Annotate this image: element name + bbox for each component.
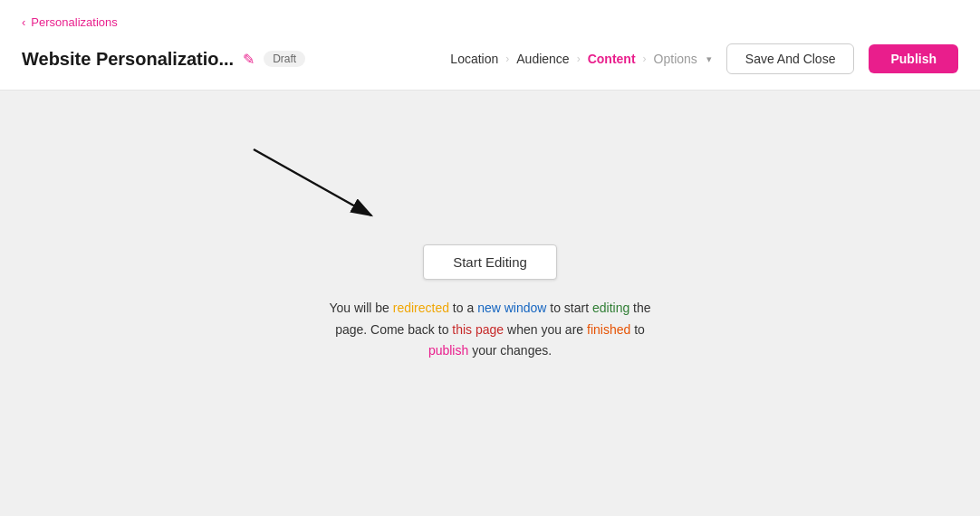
edit-icon[interactable]: ✎ [243, 51, 255, 68]
step-nav: Location › Audience › Content › Options … [450, 52, 711, 66]
step-audience[interactable]: Audience [516, 52, 569, 66]
step-location[interactable]: Location [450, 52, 498, 66]
nav-actions: Location › Audience › Content › Options … [450, 43, 958, 74]
step-options[interactable]: Options ▾ [654, 52, 712, 66]
arrow-annotation [245, 145, 389, 230]
chevron-left-icon: ‹ [22, 15, 25, 29]
arrow-svg [245, 145, 389, 226]
header: ‹ Personalizations Website Personalizati… [0, 0, 980, 91]
center-content: Start Editing You will be redirected to … [329, 244, 650, 362]
step-content[interactable]: Content [588, 52, 636, 66]
svg-line-1 [254, 149, 371, 215]
step-arrow-3: › [643, 53, 647, 65]
save-and-close-button[interactable]: Save And Close [726, 43, 855, 74]
start-editing-button[interactable]: Start Editing [423, 244, 557, 280]
breadcrumb-link[interactable]: Personalizations [31, 15, 117, 29]
redirect-text: You will be redirected to a new window t… [329, 298, 650, 362]
publish-button[interactable]: Publish [869, 44, 958, 73]
breadcrumb: ‹ Personalizations [22, 15, 958, 29]
draft-badge: Draft [264, 51, 305, 67]
title-row: Website Personalizatio... ✎ Draft Locati… [22, 43, 958, 74]
step-arrow-2: › [577, 53, 581, 65]
title-left: Website Personalizatio... ✎ Draft [22, 49, 305, 70]
page-title: Website Personalizatio... [22, 49, 234, 70]
step-arrow-1: › [505, 53, 509, 65]
main-content: Start Editing You will be redirected to … [0, 91, 980, 516]
